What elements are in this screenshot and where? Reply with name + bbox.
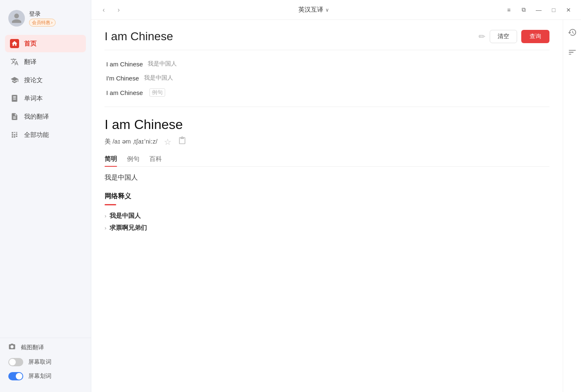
sidebar-item-mytranslate-label: 我的翻译: [24, 113, 49, 121]
list-item[interactable]: I am Chinese 例句: [105, 85, 549, 100]
suggestion-zh-1: 我是中国人: [148, 60, 177, 68]
suggestion-en-1: I am Chinese: [106, 61, 143, 68]
user-section: 登录 会员特惠: [0, 7, 91, 35]
right-panel: [563, 20, 581, 392]
all-icon: [10, 130, 19, 139]
sidebar-item-all[interactable]: 全部功能: [5, 126, 86, 144]
copy-button[interactable]: ⧉: [518, 4, 530, 16]
content-main: ✏ 清空 查询 I am Chinese 我是中国人 I'm Chinese 我…: [91, 20, 563, 392]
minimize-button[interactable]: —: [533, 4, 544, 16]
translate-icon: [10, 57, 19, 66]
avatar: [8, 10, 25, 27]
net-item-text-1: 我是中国人: [110, 212, 141, 220]
screenshot-translate[interactable]: 截图翻译: [8, 343, 83, 352]
net-item-arrow-2: ›: [105, 225, 106, 231]
divider-1: [105, 50, 549, 50]
screenshot-icon: [8, 343, 16, 352]
sidebar-item-all-label: 全部功能: [24, 131, 49, 139]
clear-button[interactable]: 清空: [490, 30, 517, 43]
list-item[interactable]: I'm Chinese 我是中国人: [105, 71, 549, 85]
sidebar-item-translate[interactable]: 翻译: [5, 53, 86, 71]
suggestion-en-3: I am Chinese: [106, 89, 143, 96]
login-label: 登录: [29, 10, 56, 18]
suggestion-zh-2: 我是中国人: [144, 74, 173, 82]
screenword-label: 屏幕取词: [28, 358, 51, 366]
wordbook-icon: [10, 94, 19, 103]
content: ✏ 清空 查询 I am Chinese 我是中国人 I'm Chinese 我…: [91, 20, 581, 392]
sidebar-item-paper[interactable]: 搜论文: [5, 71, 86, 89]
home-icon: [10, 39, 19, 48]
list-item[interactable]: › 我是中国人: [105, 212, 549, 220]
sidebar-item-home[interactable]: 首页: [5, 35, 86, 52]
net-meaning-underline: [105, 204, 116, 205]
sidebar: 登录 会员特惠 首页 翻译 搜论文: [0, 0, 91, 392]
tab-simple[interactable]: 简明: [105, 155, 117, 166]
screenmark-toggle[interactable]: [8, 372, 23, 380]
menu-button[interactable]: ≡: [503, 4, 515, 16]
close-button[interactable]: ✕: [563, 4, 574, 16]
paper-icon: [10, 75, 19, 85]
mytranslate-icon: [10, 112, 19, 121]
main-area: ‹ › 英汉互译 ∨ ≡ ⧉ — □ ✕ ✏ 清空 查询: [91, 0, 581, 392]
clipboard-icon[interactable]: [178, 136, 186, 147]
maximize-button[interactable]: □: [548, 4, 559, 16]
sidebar-item-home-label: 首页: [24, 40, 37, 48]
user-info: 登录 会员特惠: [29, 10, 56, 27]
search-area: ✏ 清空 查询: [105, 30, 549, 43]
search-input-wrap: [105, 30, 474, 43]
app-title: 英汉互译 ∨: [128, 6, 500, 14]
star-icon[interactable]: ☆: [164, 137, 171, 147]
search-input[interactable]: [105, 30, 474, 43]
title-bar: ‹ › 英汉互译 ∨ ≡ ⧉ — □ ✕: [91, 0, 581, 20]
screenmark-knob: [16, 373, 22, 380]
sidebar-item-translate-label: 翻译: [24, 58, 37, 66]
screenword-toggle[interactable]: [8, 358, 23, 366]
result-tabs: 简明 例句 百科: [105, 155, 549, 167]
sidebar-bottom: 截图翻译 屏幕取词 屏幕划词: [0, 338, 91, 385]
screen-word[interactable]: 屏幕取词: [8, 358, 83, 366]
result-word: I am Chinese: [105, 117, 549, 132]
window-controls: ≡ ⧉ — □ ✕: [503, 4, 574, 16]
filter-icon[interactable]: [566, 46, 578, 58]
query-button[interactable]: 查询: [521, 30, 549, 43]
suggestion-tag-3: 例句: [149, 88, 165, 97]
sidebar-item-mytranslate[interactable]: 我的翻译: [5, 108, 86, 125]
nav-items: 首页 翻译 搜论文 单词本 我的翻译: [0, 35, 91, 338]
nav-forward-button[interactable]: ›: [113, 4, 124, 16]
search-actions: ✏ 清空 查询: [478, 30, 549, 43]
net-item-arrow-1: ›: [105, 213, 106, 219]
history-icon[interactable]: [566, 27, 578, 38]
sidebar-item-paper-label: 搜论文: [24, 76, 43, 84]
suggestion-en-2: I'm Chinese: [106, 75, 139, 82]
screenmark-label: 屏幕划词: [28, 373, 51, 380]
screenshot-label: 截图翻译: [21, 344, 44, 351]
divider-2: [105, 107, 549, 107]
sidebar-item-wordbook[interactable]: 单词本: [5, 90, 86, 107]
tab-example[interactable]: 例句: [127, 155, 139, 166]
vip-badge[interactable]: 会员特惠: [29, 19, 56, 27]
phonetic-text: 美 /aɪ əm ˌtʃaɪˈniːz/: [105, 138, 157, 146]
list-item[interactable]: I am Chinese 我是中国人: [105, 57, 549, 71]
tab-wiki[interactable]: 百科: [149, 155, 162, 166]
nav-back-button[interactable]: ‹: [98, 4, 110, 16]
phonetic-row: 美 /aɪ əm ˌtʃaɪˈniːz/ ☆: [105, 136, 549, 147]
pencil-icon[interactable]: ✏: [478, 32, 486, 41]
list-item[interactable]: › 求票啊兄弟们: [105, 224, 549, 232]
simple-meaning: 我是中国人: [105, 173, 549, 182]
title-dropdown-arrow[interactable]: ∨: [325, 7, 329, 13]
user-icon: [11, 12, 22, 24]
sidebar-item-wordbook-label: 单词本: [24, 95, 43, 102]
screenword-knob: [9, 359, 16, 365]
screen-mark[interactable]: 屏幕划词: [8, 372, 83, 380]
net-meaning-title: 网络释义: [105, 192, 549, 201]
result-section: I am Chinese 美 /aɪ əm ˌtʃaɪˈniːz/ ☆ 简明 例…: [105, 117, 549, 232]
net-item-text-2: 求票啊兄弟们: [110, 224, 147, 232]
